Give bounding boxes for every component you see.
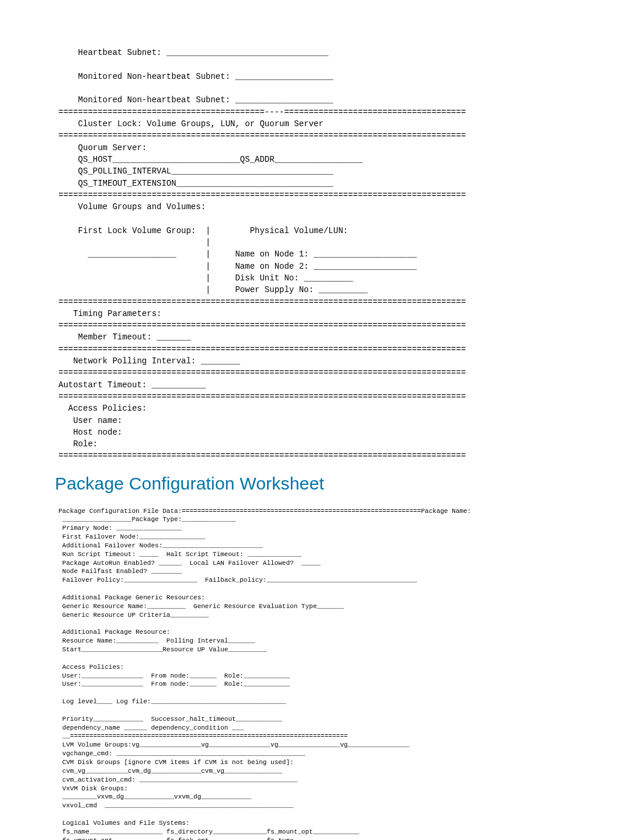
cluster-worksheet-block: Heartbeat Subnet: ______________________… (58, 35, 596, 462)
mon-nonhb-subnet-line-1: Monitored Non-heartbeat Subnet: ________… (58, 72, 333, 81)
priority-line: Priority_____________ Successor_halt_tim… (58, 716, 282, 723)
primary-node-line: Primary Node: _________________ (58, 525, 182, 532)
log-line: Log level____ Log file:_________________… (58, 698, 286, 705)
pkg-separator: __======================================… (58, 733, 348, 740)
start-resource-up-line: Start_____________________Resource UP Va… (58, 646, 266, 653)
section-title: Package Configuration Worksheet (55, 474, 596, 494)
pkg-access-policies-header: Access Policies: (58, 664, 124, 671)
user-line-1: User:________________ From node:_______ … (58, 672, 290, 679)
vgchange-cmd-line: vgchange_cmd: __________________________… (58, 750, 305, 757)
addl-pkg-resource-header: Additional Package Resource: (58, 629, 170, 636)
first-lock-header-line: First Lock Volume Group: | Physical Volu… (58, 226, 348, 235)
separator-eq-1: ========================================… (58, 131, 466, 140)
generic-resource-up-line: Generic Resource UP Criteria__________ (58, 612, 209, 619)
separator-dash: ========================================… (58, 107, 466, 117)
cvm-activation-cmd-line: cvm_activation_cmd: ____________________… (58, 776, 297, 783)
network-polling-line: Network Polling Interval: ________ (58, 356, 240, 366)
qs-polling-line: QS_POLLING_INTERVAL_____________________… (58, 166, 333, 176)
blank-name1-line: __________________ | Name on Node 1: ___… (58, 249, 417, 259)
vxvm-disk-groups-header: VxVM Disk Groups: (58, 785, 128, 792)
package-worksheet-block: Package Configuration File Data:========… (58, 498, 596, 840)
fs-line-a2: fs_umount_opt______________fs_fsck_opt__… (58, 837, 359, 840)
vxvm-dg-line: _________vxvm_dg_____________vxvm_dg____… (58, 793, 251, 800)
autorun-line: Package AutoRun Enabled? ______ Local LA… (58, 560, 321, 567)
access-policies-header: Access Policies: (58, 404, 147, 413)
separator-eq-5: ========================================… (58, 345, 466, 354)
member-timeout-line: Member Timeout: _______ (58, 332, 191, 342)
logical-volumes-fs-header: Logical Volumes and File Systems: (58, 820, 189, 827)
addl-failover-line: Additional Failover Nodes:______________… (58, 542, 263, 549)
role-line: Role: (58, 439, 98, 449)
separator-eq-3: ========================================… (58, 297, 466, 307)
vxvol-cmd-line: vxvol_cmd ______________________________… (58, 802, 294, 809)
separator-eq-8: ========================================… (58, 451, 466, 460)
qs-host-addr-line: QS_HOST__________________________QS_ADDR… (58, 155, 363, 164)
autostart-timeout-line: Autostart Timeout: ___________ (58, 380, 206, 390)
timing-parameters-header: Timing Parameters: (58, 309, 161, 318)
failover-policy-line: Failover Policy:___________________ Fail… (58, 577, 417, 584)
separator-eq-2: ========================================… (58, 190, 466, 200)
cvm-vg-line: cvm_vg___________cvm_dg_____________cvm_… (58, 768, 282, 775)
mon-nonhb-subnet-line-2: Monitored Non-heartbeat Subnet: ________… (58, 95, 333, 105)
pkg-type-line: __________________Package Type:_________… (58, 516, 236, 523)
pkg-file-data-line: Package Configuration File Data:========… (58, 508, 471, 515)
addl-generic-res-header: Additional Package Generic Resources: (58, 594, 205, 601)
power-supply-line: | Power Supply No: __________ (58, 285, 367, 294)
fs-line-a1: fs_name___________________ fs_directory_… (58, 828, 359, 835)
user-line-2: User:________________ From node:_______ … (58, 681, 290, 688)
host-node-line: Host node: (58, 428, 122, 437)
user-name-line: User name: (58, 416, 122, 425)
heartbeat-subnet-line: Heartbeat Subnet: ______________________… (58, 48, 328, 57)
volume-groups-header: Volume Groups and Volumes: (58, 202, 206, 211)
quorum-server-header: Quorum Server: (58, 143, 147, 152)
qs-timeout-line: QS_TIMEOUT_EXTENSION____________________… (58, 179, 333, 188)
failfast-line: Node Failfast Enabled? ________ (58, 568, 182, 575)
disk-unit-line: | Disk Unit No: __________ (58, 273, 353, 283)
resource-name-poll-line: Resource Name:___________ Polling Interv… (58, 637, 255, 644)
dependency-line: dependency_name ______ dependency_condit… (58, 724, 244, 731)
cluster-lock-line: Cluster Lock: Volume Groups, LUN, or Quo… (58, 119, 324, 129)
first-failover-line: First Failover Node:_________________ (58, 533, 205, 540)
separator-eq-6: ========================================… (58, 368, 466, 377)
generic-resource-name-line: Generic Resource Name:__________ Generic… (58, 603, 344, 610)
name2-line: | Name on Node 2: _____________________ (58, 262, 417, 271)
separator-eq-7: ========================================… (58, 392, 466, 401)
separator-eq-4: ========================================… (58, 321, 466, 330)
run-halt-script-line: Run Script Timeout: _____ Halt Script Ti… (58, 551, 301, 558)
lvm-vg-line: LVM Volume Groups:vg________________vg__… (58, 741, 410, 748)
cvm-disk-groups-line: CVM Disk Groups [ignore CVM items if CVM… (58, 759, 294, 766)
pipe-only-line: | (58, 238, 210, 247)
